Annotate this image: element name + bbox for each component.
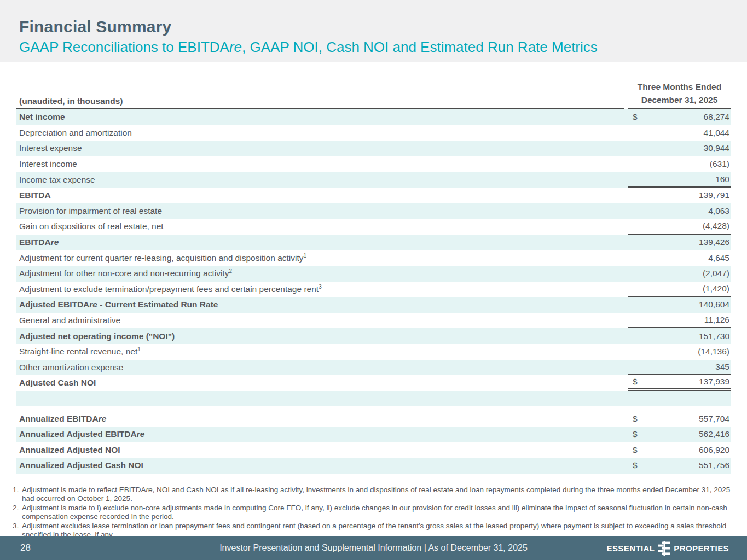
row-amount: 137,939 [699, 377, 729, 387]
row-label: Annualized Adjusted Cash NOI [16, 460, 624, 470]
row-value: $68,274 [628, 109, 731, 125]
footnote: 2.Adjustment is made to i) exclude non-c… [13, 504, 731, 522]
row-label: Provision for impairment of real estate [16, 206, 624, 216]
row-amount: 345 [715, 362, 729, 372]
row-label: Annualized EBITDAre [16, 414, 624, 424]
row-label: Depreciation and amortization [16, 128, 624, 138]
header-band: Financial Summary GAAP Reconciliations t… [0, 0, 747, 62]
table-row: Interest income(631) [16, 156, 731, 172]
footnote: 1.Adjustment is made to reflect EBITDAre… [13, 486, 731, 504]
row-value: 160 [628, 172, 731, 188]
dollar-sign: $ [633, 112, 638, 122]
row-label: EBITDAre [16, 237, 624, 247]
table-row: Adjustment for other non-core and non-re… [16, 266, 731, 282]
row-amount: 139,426 [699, 237, 729, 247]
row-amount: 41,044 [704, 128, 729, 138]
page-title: Financial Summary [19, 18, 747, 36]
table-row-gap [16, 406, 731, 411]
table-row: EBITDAre139,426 [16, 235, 731, 250]
brand-text-essential: ESSENTIAL [607, 544, 655, 553]
period-line-2: December 31, 2025 [628, 94, 731, 107]
table-row: Interest expense30,944 [16, 141, 731, 156]
table-row: Adjusted EBITDAre - Current Estimated Ru… [16, 297, 731, 313]
row-label: Adjusted net operating income ("NOI") [16, 331, 624, 341]
period-line-1: Three Months Ended [628, 80, 731, 94]
table-row: General and administrative11,126 [16, 313, 731, 329]
row-value: 11,126 [628, 313, 731, 329]
row-label: Straight-line rental revenue, net1 [16, 347, 624, 357]
table-row: Adjusted net operating income ("NOI")151… [16, 328, 731, 344]
row-label: Annualized Adjusted EBITDAre [16, 429, 624, 439]
row-value: (631) [628, 156, 731, 172]
table-row: Annualized Adjusted NOI$606,920 [16, 442, 731, 458]
row-label: Adjustment for current quarter re-leasin… [16, 253, 624, 263]
row-value: $606,920 [628, 442, 731, 458]
footnotes: 1.Adjustment is made to reflect EBITDAre… [13, 486, 731, 540]
table-row: EBITDA139,791 [16, 188, 731, 203]
table-header-row: (unaudited, in thousands) Three Months E… [16, 80, 731, 109]
row-label: Income tax expense [16, 175, 624, 185]
dollar-sign: $ [633, 445, 638, 455]
row-amount: 30,944 [704, 143, 729, 153]
table-row: Annualized Adjusted EBITDAre$562,416 [16, 427, 731, 442]
row-amount: (14,136) [698, 347, 729, 357]
row-value: $562,416 [628, 427, 731, 442]
row-value: (14,136) [628, 344, 731, 360]
row-label: Net income [16, 112, 624, 122]
row-label: Adjusted Cash NOI [16, 378, 624, 388]
row-amount: 551,756 [699, 460, 729, 470]
table-row [16, 391, 731, 407]
row-value: 30,944 [628, 141, 731, 156]
row-label: Adjusted EBITDAre - Current Estimated Ru… [16, 300, 624, 310]
row-amount: (631) [710, 159, 729, 169]
row-value: 139,426 [628, 235, 731, 250]
row-amount: 4,063 [708, 206, 729, 216]
row-amount: 68,274 [704, 112, 729, 122]
row-value: 151,730 [628, 328, 731, 344]
row-label: EBITDA [16, 190, 624, 200]
row-amount: 4,645 [708, 253, 729, 263]
row-amount: 160 [715, 174, 729, 184]
table-row: Adjustment for current quarter re-leasin… [16, 250, 731, 266]
table-row: Annualized Adjusted Cash NOI$551,756 [16, 458, 731, 474]
table-row: Adjusted Cash NOI$137,939 [16, 375, 731, 391]
dollar-sign: $ [633, 414, 638, 424]
row-label: General and administrative [16, 316, 624, 325]
row-amount: 139,791 [699, 190, 729, 200]
table-row: Gain on dispositions of real estate, net… [16, 219, 731, 235]
row-amount: 151,730 [699, 331, 729, 341]
row-amount: 557,704 [699, 414, 729, 424]
row-value: 4,063 [628, 203, 731, 219]
row-label: Adjustment to exclude termination/prepay… [16, 284, 624, 294]
brand-logo: ESSENTIAL PROPERTIES [607, 541, 729, 556]
footnote-text: Adjustment is made to reflect EBITDAre, … [22, 486, 731, 504]
row-label: Interest income [16, 159, 624, 169]
row-amount: 140,604 [699, 300, 729, 310]
row-value: $137,939 [628, 375, 731, 391]
row-value: (1,420) [628, 282, 731, 298]
row-value: $557,704 [628, 411, 731, 427]
row-amount: 606,920 [699, 445, 729, 455]
row-value: 345 [628, 360, 731, 376]
row-value: 139,791 [628, 188, 731, 203]
table-row: Straight-line rental revenue, net1(14,13… [16, 344, 731, 360]
row-value: 41,044 [628, 125, 731, 141]
table-row: Depreciation and amortization41,044 [16, 125, 731, 141]
footnote-number: 2. [13, 504, 22, 522]
row-value: (4,428) [628, 219, 731, 235]
row-value: (2,047) [628, 266, 731, 282]
table-row: Income tax expense160 [16, 172, 731, 188]
table-row: Adjustment to exclude termination/prepay… [16, 282, 731, 298]
slide: Financial Summary GAAP Reconciliations t… [0, 0, 747, 560]
brand-text-properties: PROPERTIES [674, 544, 729, 553]
row-amount: (2,047) [703, 269, 729, 278]
table-row: Provision for impairment of real estate4… [16, 203, 731, 219]
footnote-number: 1. [13, 486, 22, 504]
table-body: Net income$68,274Depreciation and amorti… [16, 109, 731, 474]
row-value [628, 391, 731, 407]
table-header-left: (unaudited, in thousands) [16, 96, 624, 109]
row-amount: 11,126 [704, 315, 729, 325]
row-amount: (4,428) [703, 221, 729, 231]
footer-bar: 28 Investor Presentation and Supplementa… [0, 536, 747, 560]
row-label: Adjustment for other non-core and non-re… [16, 269, 624, 278]
